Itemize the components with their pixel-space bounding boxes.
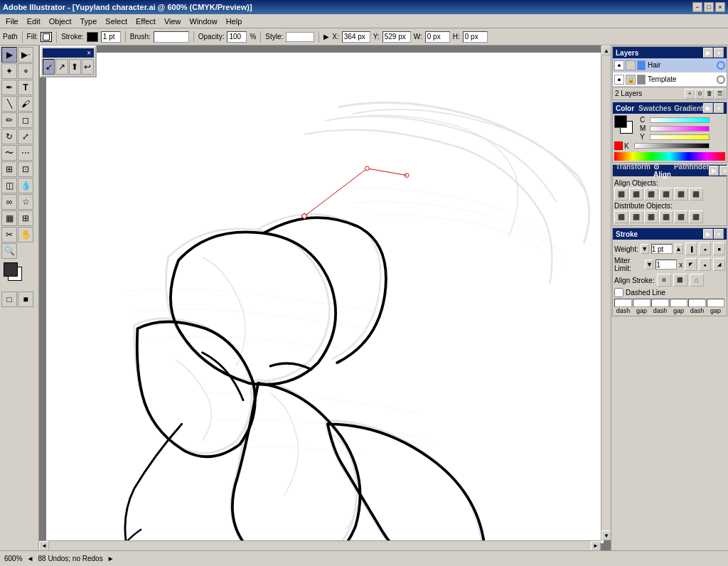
minimize-button[interactable]: −: [692, 2, 702, 12]
scroll-down-button[interactable]: ▼: [601, 530, 611, 540]
cap-round-button[interactable]: ●: [699, 242, 711, 255]
horizontal-scrollbar[interactable]: ◄ ►: [39, 540, 601, 550]
ftb-tool-2[interactable]: ↗: [55, 59, 68, 75]
scissors-tool[interactable]: ✂: [1, 227, 17, 242]
dist-center-v-button[interactable]: ⬛: [674, 210, 688, 223]
y-input[interactable]: [382, 31, 411, 43]
layers-options-button[interactable]: ▶: [703, 48, 713, 58]
align-close-button[interactable]: ×: [719, 166, 728, 176]
align-right-button[interactable]: ⬛: [644, 188, 658, 201]
fg-color-swatch[interactable]: [614, 115, 627, 128]
stroke-swatch[interactable]: [87, 32, 98, 42]
layer-row-hair[interactable]: ● Hair: [613, 58, 727, 73]
align-stroke-center-button[interactable]: ⊞: [657, 274, 671, 287]
layer-visibility-hair[interactable]: ●: [614, 60, 624, 70]
ftb-tool-1[interactable]: ↙: [43, 59, 55, 75]
screen-mode-normal[interactable]: □: [1, 292, 17, 307]
menu-effect[interactable]: Effect: [132, 16, 160, 27]
ftb-tool-3[interactable]: ⬆: [69, 59, 81, 75]
miter-down-button[interactable]: ▼: [645, 260, 653, 269]
cap-square-button[interactable]: ■: [713, 242, 725, 255]
dist-right-button[interactable]: ⬛: [644, 210, 658, 223]
layer-edit-hair[interactable]: [626, 60, 636, 70]
tab-align[interactable]: ⊙ Align: [653, 163, 671, 178]
free-transform-tool[interactable]: ⊞: [1, 161, 17, 177]
dash1-input[interactable]: [614, 299, 632, 307]
foreground-color-box[interactable]: [4, 262, 18, 277]
make-clipping-button[interactable]: ⊙: [695, 89, 705, 99]
layers-close-button[interactable]: ×: [714, 48, 724, 58]
reshape-tool[interactable]: ⋯: [18, 145, 33, 161]
menu-object[interactable]: Object: [45, 16, 76, 27]
layer-target-template[interactable]: [717, 75, 725, 84]
color-options-button[interactable]: ▶: [703, 103, 713, 113]
dist-center-h-button[interactable]: ⬛: [629, 210, 643, 223]
menu-window[interactable]: Window: [186, 16, 222, 27]
delete-layer-button[interactable]: 🗑: [705, 89, 714, 99]
gradient-tool[interactable]: ◫: [1, 178, 17, 193]
color-close-button[interactable]: ×: [714, 103, 724, 113]
line-tool[interactable]: ╲: [1, 96, 17, 112]
dist-top-button[interactable]: ⬛: [659, 210, 673, 223]
magic-wand-tool[interactable]: ✦: [1, 63, 17, 79]
w-input[interactable]: [425, 31, 450, 43]
layer-visibility-template[interactable]: ●: [614, 75, 624, 85]
screen-mode-full[interactable]: ■: [18, 292, 33, 307]
join-round-button[interactable]: ●: [699, 258, 711, 271]
join-miter-button[interactable]: ◤: [685, 258, 697, 271]
new-layer-button[interactable]: +: [685, 89, 695, 99]
align-options-button[interactable]: ▶: [709, 166, 719, 176]
nav-prev-button[interactable]: ◄: [27, 555, 34, 562]
m-slider[interactable]: [650, 126, 710, 132]
dashed-line-checkbox[interactable]: [614, 288, 623, 297]
miter-input[interactable]: [655, 260, 677, 269]
x-input[interactable]: [342, 31, 370, 43]
stroke-size-input[interactable]: [101, 31, 121, 43]
style-input[interactable]: [286, 32, 314, 42]
menu-type[interactable]: Type: [76, 16, 102, 27]
layer-row-template[interactable]: ● 🔒 Template: [613, 73, 727, 87]
paintbrush-tool[interactable]: 🖌: [18, 96, 33, 112]
vertical-scrollbar[interactable]: ▲ ▼: [601, 46, 611, 540]
weight-input[interactable]: [651, 244, 673, 254]
layer-target-hair[interactable]: [717, 61, 725, 70]
close-button[interactable]: ×: [715, 2, 725, 12]
dash2-input[interactable]: [651, 299, 669, 307]
brush-input[interactable]: [154, 31, 189, 43]
scroll-up-button[interactable]: ▲: [601, 46, 611, 55]
eyedropper-tool[interactable]: 💧: [18, 178, 33, 193]
stroke-options-button[interactable]: ▶: [703, 229, 713, 239]
mesh-tool[interactable]: ⊡: [18, 161, 33, 177]
maximize-button[interactable]: □: [704, 2, 714, 12]
align-left-button[interactable]: ⬛: [614, 188, 628, 201]
pen-tool[interactable]: ✒: [1, 80, 17, 95]
menu-view[interactable]: View: [160, 16, 186, 27]
y-slider[interactable]: [650, 134, 710, 140]
graph-tool[interactable]: ▦: [1, 210, 17, 226]
align-bottom-button[interactable]: ⬛: [689, 188, 703, 201]
type-tool[interactable]: T: [18, 80, 33, 95]
direct-selection-tool[interactable]: ▶‧: [18, 47, 33, 63]
align-stroke-inside-button[interactable]: ⬛: [673, 274, 687, 287]
blend-tool[interactable]: ∞: [1, 194, 17, 210]
gap3-input[interactable]: [707, 299, 724, 307]
h-input[interactable]: [463, 31, 488, 43]
layers-menu-button[interactable]: ☰: [714, 89, 724, 99]
c-slider[interactable]: [650, 117, 710, 123]
tab-swatches[interactable]: Swatches: [638, 105, 671, 112]
canvas[interactable]: [46, 53, 604, 543]
menu-help[interactable]: Help: [222, 16, 247, 27]
selection-tool[interactable]: ▶: [1, 47, 17, 63]
tab-pathfinder[interactable]: Pathfinder: [674, 163, 709, 178]
join-bevel-button[interactable]: ◢: [713, 258, 725, 271]
dash3-input[interactable]: [688, 299, 706, 307]
tab-gradient[interactable]: Gradient: [674, 105, 703, 112]
weight-down-button[interactable]: ▼: [641, 244, 649, 254]
zoom-tool[interactable]: 🔍: [1, 243, 17, 259]
scroll-left-button[interactable]: ◄: [39, 541, 49, 551]
symbol-sprayer-tool[interactable]: ☆: [18, 194, 33, 210]
gap1-input[interactable]: [633, 299, 651, 307]
scale-tool[interactable]: ⤢: [18, 129, 33, 144]
tab-transform[interactable]: Transform: [616, 163, 651, 178]
stroke-close-button[interactable]: ×: [714, 229, 724, 239]
